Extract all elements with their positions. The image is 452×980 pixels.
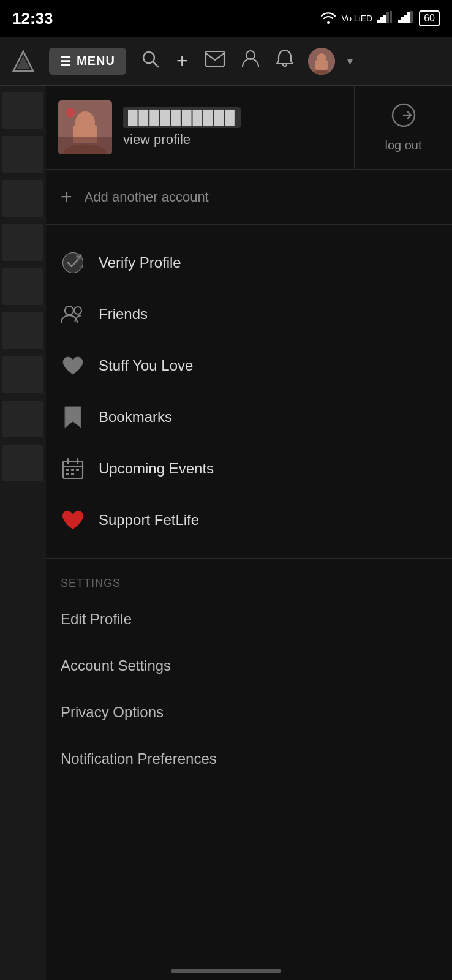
hamburger-icon: ☰ xyxy=(60,54,72,69)
svg-rect-5 xyxy=(398,20,401,23)
menu-item-bookmarks[interactable]: Bookmarks xyxy=(46,391,452,443)
background-content xyxy=(0,86,46,980)
menu-item-friends[interactable]: Friends xyxy=(46,288,452,340)
logout-button[interactable]: log out xyxy=(354,86,452,169)
status-bar: 12:33 Vo LiED xyxy=(0,0,452,37)
signal-icon xyxy=(377,11,393,26)
add-icon[interactable]: + xyxy=(174,47,190,75)
svg-rect-4 xyxy=(390,11,392,23)
mail-icon[interactable] xyxy=(203,48,227,74)
signal-icon-2 xyxy=(398,11,414,26)
svg-rect-2 xyxy=(383,15,386,23)
search-icon[interactable] xyxy=(138,47,162,75)
svg-rect-0 xyxy=(377,20,380,23)
profile-avatar xyxy=(58,100,112,154)
add-account-label: Add another account xyxy=(85,189,209,205)
fetlife-heart-icon xyxy=(61,508,85,532)
person-icon[interactable] xyxy=(239,47,262,75)
svg-point-28 xyxy=(65,306,73,315)
menu-item-upcoming-events[interactable]: Upcoming Events xyxy=(46,443,452,494)
home-indicator xyxy=(171,969,281,973)
svg-rect-38 xyxy=(71,473,74,475)
menu-item-stuff-you-love[interactable]: Stuff You Love xyxy=(46,340,452,391)
settings-item-account-settings[interactable]: Account Settings xyxy=(61,643,437,689)
add-account-icon: + xyxy=(61,186,72,208)
status-time: 12:33 xyxy=(12,9,53,28)
bell-icon[interactable] xyxy=(274,47,296,75)
settings-item-edit-profile[interactable]: Edit Profile xyxy=(61,596,437,643)
support-fetlife-label: Support FetLife xyxy=(99,511,199,529)
svg-rect-7 xyxy=(404,15,407,23)
svg-rect-8 xyxy=(407,12,410,23)
svg-rect-9 xyxy=(410,11,413,23)
calendar-icon xyxy=(61,456,85,481)
heart-icon xyxy=(61,353,85,378)
status-icons: Vo LiED 60 xyxy=(320,10,440,27)
svg-rect-37 xyxy=(66,473,69,475)
settings-item-privacy-options[interactable]: Privacy Options xyxy=(61,689,437,736)
user-avatar[interactable] xyxy=(308,48,335,75)
svg-rect-6 xyxy=(401,17,404,23)
navbar: ☰ MENU + xyxy=(0,37,452,86)
menu-items-list: Verify Profile Friends Stuff You Love xyxy=(46,225,452,559)
privacy-options-label: Privacy Options xyxy=(61,704,164,720)
logout-icon xyxy=(391,102,416,134)
svg-rect-23 xyxy=(58,137,112,154)
bookmark-icon xyxy=(61,405,85,429)
svg-rect-34 xyxy=(66,469,69,471)
svg-rect-14 xyxy=(206,51,224,66)
svg-rect-3 xyxy=(386,12,389,23)
edit-profile-label: Edit Profile xyxy=(61,611,132,627)
menu-button[interactable]: ☰ MENU xyxy=(49,48,126,75)
svg-rect-36 xyxy=(76,469,79,471)
wifi-icon xyxy=(320,10,337,27)
upcoming-events-label: Upcoming Events xyxy=(99,460,214,477)
svg-rect-35 xyxy=(71,469,74,471)
account-settings-label: Account Settings xyxy=(61,657,171,674)
logout-label: log out xyxy=(385,138,421,153)
add-account-button[interactable]: + Add another account xyxy=(46,170,452,225)
battery-icon: 60 xyxy=(419,10,440,26)
profile-left[interactable]: ██████████ view profile xyxy=(46,86,354,169)
svg-rect-1 xyxy=(380,17,383,23)
svg-point-29 xyxy=(74,307,81,314)
settings-item-notification-preferences[interactable]: Notification Preferences xyxy=(61,736,437,782)
view-profile-link[interactable]: view profile xyxy=(123,132,241,148)
stuff-you-love-label: Stuff You Love xyxy=(99,357,193,374)
verify-icon xyxy=(61,251,85,275)
svg-line-13 xyxy=(153,62,158,67)
menu-item-support-fetlife[interactable]: Support FetLife xyxy=(46,494,452,546)
svg-point-22 xyxy=(66,108,75,118)
menu-item-verify-profile[interactable]: Verify Profile xyxy=(46,237,452,288)
svg-rect-18 xyxy=(315,60,328,70)
carrier-label: Vo LiED xyxy=(342,13,373,23)
friends-label: Friends xyxy=(99,306,148,323)
profile-username: ██████████ xyxy=(123,107,241,128)
settings-section: SETTINGS Edit Profile Account Settings P… xyxy=(46,559,452,788)
profile-info: ██████████ view profile xyxy=(123,107,241,148)
settings-title: SETTINGS xyxy=(61,577,437,590)
slide-menu-panel: ██████████ view profile log out + Add an… xyxy=(46,86,452,980)
friends-icon xyxy=(61,302,85,326)
verify-profile-label: Verify Profile xyxy=(99,254,181,271)
bookmarks-label: Bookmarks xyxy=(99,409,172,426)
app-logo xyxy=(10,48,37,75)
avatar-chevron: ▾ xyxy=(347,55,353,68)
profile-section: ██████████ view profile log out xyxy=(46,86,452,170)
notification-preferences-label: Notification Preferences xyxy=(61,750,217,767)
